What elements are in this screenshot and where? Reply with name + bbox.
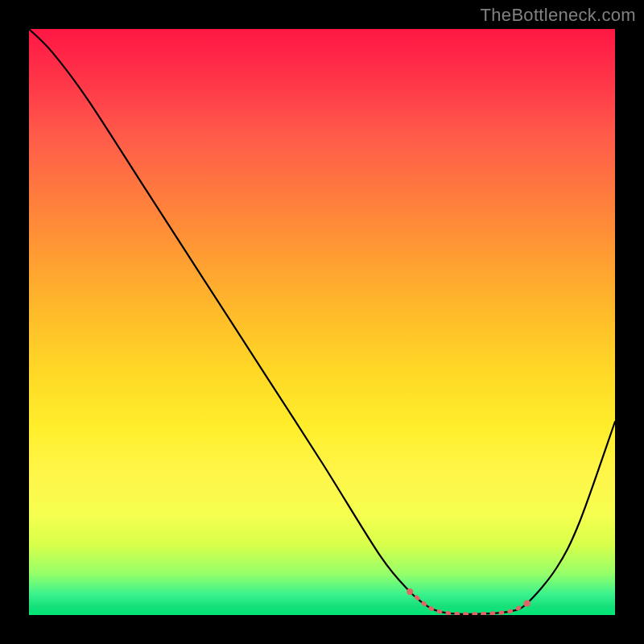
accent-dotted-segment: [410, 592, 527, 614]
chart-stage: TheBottleneck.com: [0, 0, 644, 644]
plot-area: [29, 29, 615, 615]
accent-end-dot-left: [407, 588, 413, 595]
watermark-text: TheBottleneck.com: [481, 5, 636, 26]
accent-end-dot-right: [524, 600, 530, 606]
curve-svg: [29, 29, 615, 615]
accent-dots-group: [407, 588, 530, 614]
bottleneck-curve-line: [29, 29, 615, 614]
